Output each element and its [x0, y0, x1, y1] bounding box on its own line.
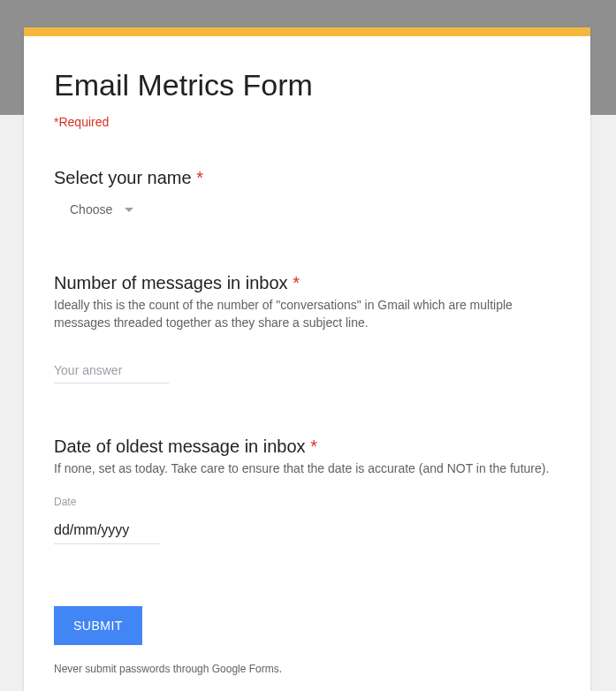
field-description-date: If none, set as today. Take care to ensu…	[54, 460, 560, 478]
name-select[interactable]: Choose	[54, 199, 133, 220]
field-label-messages: Number of messages in inbox *	[54, 273, 560, 293]
field-label-date-text: Date of oldest message in inbox	[54, 437, 310, 456]
date-input[interactable]	[54, 517, 160, 544]
date-sublabel: Date	[54, 496, 560, 508]
field-select-name: Select your name * Choose	[54, 168, 560, 220]
field-description-messages: Ideally this is the count of the number …	[54, 297, 560, 331]
chevron-down-icon	[125, 208, 133, 212]
field-label-name: Select your name *	[54, 168, 560, 188]
form-title: Email Metrics Form	[54, 68, 560, 103]
footer-warning: Never submit passwords through Google Fo…	[54, 663, 560, 675]
field-label-name-text: Select your name	[54, 168, 196, 187]
field-messages-count: Number of messages in inbox * Ideally th…	[54, 273, 560, 383]
submit-button[interactable]: SUBMIT	[54, 606, 142, 645]
field-oldest-date: Date of oldest message in inbox * If non…	[54, 437, 560, 544]
field-label-messages-text: Number of messages in inbox	[54, 273, 293, 292]
name-select-value: Choose	[70, 202, 112, 216]
field-label-date: Date of oldest message in inbox *	[54, 437, 560, 457]
form-card: Email Metrics Form *Required Select your…	[24, 27, 590, 691]
required-asterisk: *	[293, 273, 300, 292]
required-asterisk: *	[196, 168, 203, 187]
required-indicator: *Required	[54, 115, 560, 129]
messages-input[interactable]	[54, 358, 169, 383]
required-asterisk: *	[310, 437, 317, 456]
